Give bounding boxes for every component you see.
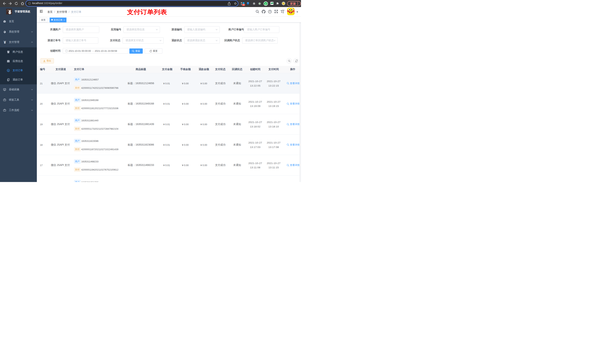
svg-text:¥: ¥ xyxy=(8,69,9,71)
svg-text:¥: ¥ xyxy=(4,40,6,44)
svg-text:y: y xyxy=(265,2,266,5)
svg-text:?: ? xyxy=(269,10,270,13)
svg-text:⌘: ⌘ xyxy=(253,3,255,4)
